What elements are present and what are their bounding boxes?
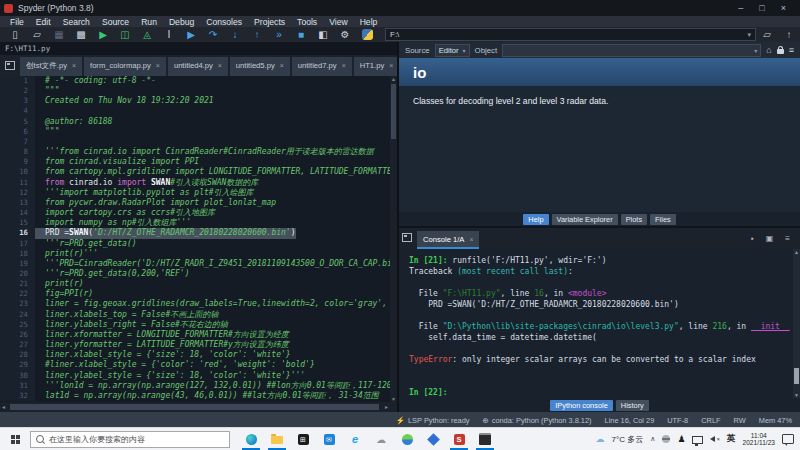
tab-help[interactable]: Help <box>523 214 548 225</box>
close-icon[interactable]: × <box>72 62 76 69</box>
code-line-2[interactable]: 2""" <box>0 86 397 96</box>
code-line-23[interactable]: 23liner = fig.geoax.gridlines(draw_label… <box>0 299 397 309</box>
maximize-pane-icon[interactable]: ◧ <box>312 27 334 42</box>
mail-icon[interactable]: ✉ <box>316 428 342 450</box>
thunder-icon[interactable] <box>420 428 446 450</box>
store-icon[interactable]: ⊞ <box>290 428 316 450</box>
step-into-icon[interactable]: ↓ <box>224 27 246 42</box>
console-scrollbar[interactable]: ▲ ▼ <box>793 249 800 398</box>
code-line-13[interactable]: 13from pycwr.draw.RadarPlot import plot_… <box>0 198 397 208</box>
code-line-10[interactable]: 10from cartopy.mpl.gridliner import LONG… <box>0 167 397 177</box>
terminal-icon[interactable] <box>472 428 498 450</box>
taskbar-search-input[interactable]: 在这里输入你要搜索的内容 <box>30 431 230 448</box>
run-selection-icon[interactable]: Ⅰ <box>158 27 180 42</box>
menu-view[interactable]: View <box>323 17 353 27</box>
edge-icon[interactable] <box>238 428 264 450</box>
step-over-icon[interactable]: ↷ <box>202 27 224 42</box>
save-all-icon[interactable]: ▩ <box>70 27 92 42</box>
menu-run[interactable]: Run <box>135 17 163 27</box>
code-line-30[interactable]: 30liner.ylabel_style = {'size': 18, 'col… <box>0 371 397 381</box>
tab-ipython-console[interactable]: IPython console <box>550 400 613 411</box>
close-icon[interactable]: × <box>389 62 393 69</box>
debug-icon[interactable]: ▶ <box>180 27 202 42</box>
close-icon[interactable]: × <box>469 236 473 243</box>
code-line-22[interactable]: 22fig=PPI(r) <box>0 289 397 299</box>
scroll-right-icon[interactable]: ▸ <box>385 402 388 412</box>
code-line-24[interactable]: 24liner.xlabels_top = False#不画上面的轴 <box>0 310 397 320</box>
scroll-up-icon[interactable]: ▲ <box>793 249 800 255</box>
code-line-29[interactable]: 29#liner.xlabel_style = {'color': 'red',… <box>0 360 397 370</box>
inspect-icon[interactable]: ▣ <box>766 234 774 243</box>
code-line-8[interactable]: 8'''from cinrad.io import CinradReader#C… <box>0 147 397 157</box>
file-explorer-icon[interactable] <box>264 428 290 450</box>
code-line-1[interactable]: 1# -*- coding: utf-8 -*- <box>0 76 397 86</box>
qq-tray-icon[interactable]: ♟ <box>677 434 685 444</box>
weather-icon[interactable]: ☁ <box>368 428 394 450</box>
code-line-19[interactable]: 19'''PRD=CinradReader('D:/HT/Z_RADR_I_Z9… <box>0 259 397 269</box>
editor-tab-untitled4.py[interactable]: untitled4.py× <box>168 57 228 76</box>
stop-icon[interactable]: ■ <box>290 27 312 42</box>
code-line-21[interactable]: 21print(r) <box>0 279 397 289</box>
save-icon[interactable]: ▦ <box>48 27 70 42</box>
menu-tools[interactable]: Tools <box>291 17 323 27</box>
menu-file[interactable]: File <box>4 17 30 27</box>
code-line-17[interactable]: 17'''r=PRD.get_data() <box>0 239 397 249</box>
editor-horizontal-scrollbar[interactable]: ◂ ▸ <box>0 402 397 412</box>
editor-tab-HT1.py[interactable]: HT1.py× <box>354 57 400 76</box>
code-line-9[interactable]: 9from cinrad.visualize import PPI <box>0 157 397 167</box>
interrupt-kernel-icon[interactable]: ▪ <box>751 234 754 243</box>
code-line-26[interactable]: 26liner.xformatter = LONGITUDE_FORMATTER… <box>0 330 397 340</box>
notification-center-icon[interactable] <box>782 434 794 444</box>
source-select[interactable]: Editor ▾ <box>435 44 470 57</box>
python-logo-icon[interactable] <box>362 29 373 40</box>
maximize-button[interactable]: □ <box>759 3 764 13</box>
tab-plots[interactable]: Plots <box>621 214 647 225</box>
menu-projects[interactable]: Projects <box>248 17 291 27</box>
editor-vertical-scrollbar[interactable]: ▲ ▼ <box>390 76 397 402</box>
tab-history[interactable]: History <box>616 400 649 411</box>
close-icon[interactable]: × <box>280 62 284 69</box>
code-line-27[interactable]: 27liner.yformatter = LATITUDE_FORMATTER#… <box>0 340 397 350</box>
scroll-left-icon[interactable]: ◂ <box>2 402 5 412</box>
run-icon[interactable]: ▶ <box>92 27 114 42</box>
preferences-icon[interactable]: ⚙ <box>334 27 356 42</box>
close-icon[interactable]: × <box>218 62 222 69</box>
browser-360-icon[interactable] <box>394 428 420 450</box>
weather-temp[interactable]: 7°C 多云 <box>612 434 644 445</box>
chevron-down-icon[interactable]: ▾ <box>747 31 751 39</box>
clock[interactable]: 11:04 2021/11/23 <box>742 432 775 446</box>
volume-muted-icon[interactable]: × <box>710 436 720 442</box>
tray-expand-icon[interactable]: ∧ <box>650 435 655 443</box>
run-cell-advance-icon[interactable]: ◬ <box>136 27 158 42</box>
ime-indicator[interactable]: 英 <box>727 433 736 445</box>
code-line-5[interactable]: 5@author: 86188 <box>0 117 397 127</box>
network-icon[interactable] <box>692 436 703 444</box>
home-icon[interactable]: ⌂ <box>766 45 771 55</box>
code-line-3[interactable]: 3Created on Thu Nov 18 19:32:20 2021 <box>0 96 397 106</box>
scroll-down-icon[interactable]: ▼ <box>793 392 800 398</box>
code-line-25[interactable]: 25liner.ylabels_right = False#不花右边的轴 <box>0 320 397 330</box>
code-line-16[interactable]: 16PRD =SWAN('D:/HT/Z_OTHE_RADAMCR_201802… <box>0 228 397 238</box>
spyder-taskbar-icon[interactable]: S <box>446 428 472 450</box>
editor-tab-form_colormap.py[interactable]: form_colormap.py× <box>84 57 166 76</box>
menu-consoles[interactable]: Consoles <box>200 17 248 27</box>
help-menu-icon[interactable]: ≡ <box>789 45 794 55</box>
menu-debug[interactable]: Debug <box>163 17 200 27</box>
chevron-down-icon[interactable]: ▾ <box>754 47 757 54</box>
code-line-12[interactable]: 12'''import matplotlib.pyplot as plt#引入绘… <box>0 188 397 198</box>
menu-search[interactable]: Search <box>57 17 96 27</box>
code-line-14[interactable]: 14import cartopy.crs as ccrs#引入地图库 <box>0 208 397 218</box>
code-line-7[interactable]: 7 <box>0 137 397 147</box>
code-line-11[interactable]: 11from cinrad.io import SWAN#引入读取SWAN数据的… <box>0 178 397 188</box>
menu-edit[interactable]: Edit <box>30 17 57 27</box>
working-directory-combobox[interactable]: F:\ ▾ <box>385 28 756 41</box>
chevron-down-icon[interactable]: ▾ <box>463 47 466 54</box>
console-output[interactable]: In [21]: runfile('F:/HT11.py', wdir='F:'… <box>399 249 800 398</box>
object-combobox[interactable]: ▾ <box>502 44 761 57</box>
code-editor[interactable]: 1# -*- coding: utf-8 -*-2"""3Created on … <box>0 76 397 402</box>
menu-help[interactable]: Help <box>354 17 384 27</box>
console-options-icon[interactable]: ≡ <box>785 234 790 243</box>
tab-files[interactable]: Files <box>650 214 676 225</box>
close-icon[interactable]: × <box>156 62 160 69</box>
pane-options-icon[interactable] <box>402 233 412 242</box>
